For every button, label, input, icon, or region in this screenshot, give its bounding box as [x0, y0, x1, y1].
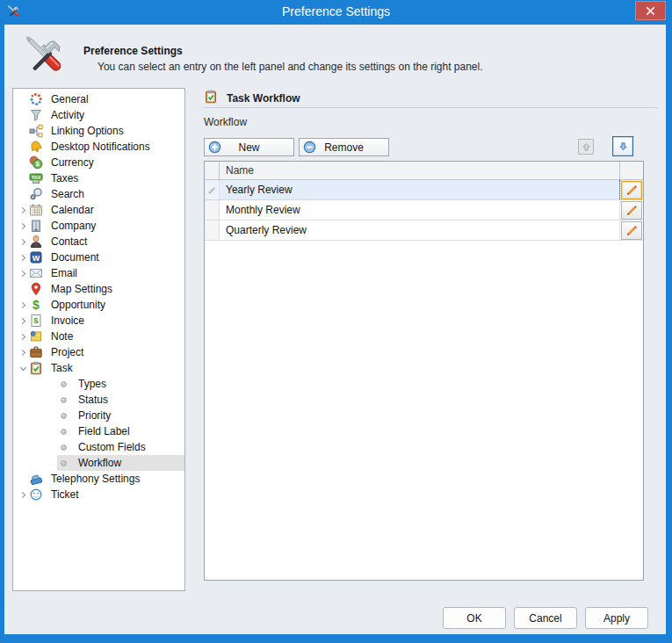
invoice-icon: $: [29, 314, 43, 328]
chevron-right-icon[interactable]: [17, 205, 29, 215]
svg-text:W: W: [33, 254, 40, 263]
edit-column-header: [619, 162, 643, 179]
sidebar-item-label: Project: [48, 346, 86, 359]
expander-spacer: [17, 141, 29, 152]
apply-button[interactable]: Apply: [585, 607, 648, 629]
expander-spacer: [17, 110, 29, 120]
table-row-quarterly-review[interactable]: Quarterly Review: [205, 220, 643, 241]
pencil-icon: [625, 224, 639, 237]
bullet-icon: [60, 380, 68, 388]
search-icon: [29, 187, 43, 201]
tools-icon: [25, 34, 73, 79]
page-description: You can select an entry on the left pane…: [98, 61, 483, 73]
chevron-right-icon[interactable]: [17, 236, 29, 247]
workflow-label: Workflow: [204, 116, 247, 128]
bullet-icon: [60, 396, 68, 404]
settings-tree: GeneralActivityLinking OptionsDesktop No…: [12, 88, 185, 591]
company-icon: [29, 219, 43, 233]
sidebar-item-search[interactable]: Search: [13, 186, 184, 202]
table-row-yearly-review[interactable]: Yearly Review: [205, 180, 643, 200]
chevron-right-icon[interactable]: [17, 220, 29, 231]
sidebar-item-contact[interactable]: Contact: [13, 234, 184, 249]
chevron-right-icon[interactable]: [17, 489, 29, 500]
contact-icon: [29, 235, 43, 249]
chevron-right-icon[interactable]: [17, 300, 29, 310]
expander-spacer: [17, 284, 29, 294]
new-button-label: New: [205, 141, 293, 154]
remove-button[interactable]: Remove: [299, 138, 389, 156]
sidebar-item-desktop-notifications[interactable]: Desktop Notifications: [13, 139, 184, 155]
task-icon: [29, 361, 43, 375]
chevron-right-icon[interactable]: [17, 315, 29, 326]
row-indicator: [205, 200, 220, 220]
arrow-down-icon: [618, 141, 629, 152]
sidebar-item-label: Search: [48, 188, 87, 201]
sidebar-item-invoice[interactable]: $Invoice: [13, 313, 184, 329]
ok-button[interactable]: OK: [443, 607, 506, 629]
sidebar-item-task[interactable]: Task: [13, 360, 184, 376]
svg-text:ES: ES: [34, 180, 39, 184]
sidebar-item-label: General: [48, 93, 91, 106]
table-row-monthly-review[interactable]: Monthly Review: [205, 200, 643, 220]
sidebar-item-note[interactable]: Note: [13, 329, 184, 344]
sidebar-subitem-workflow[interactable]: Workflow: [57, 455, 184, 471]
sidebar-subitem-status[interactable]: Status: [57, 392, 184, 408]
sidebar-subitem-custom-fields[interactable]: Custom Fields: [57, 439, 184, 455]
edit-cell: [619, 220, 643, 240]
sidebar-item-general[interactable]: General: [13, 91, 184, 107]
chevron-right-icon[interactable]: [17, 331, 29, 342]
sidebar-subitem-types[interactable]: Types: [57, 376, 184, 392]
sidebar-item-company[interactable]: Company: [13, 218, 184, 234]
sidebar-item-document[interactable]: WDocument: [13, 249, 184, 265]
sidebar-item-telephony-settings[interactable]: Telephony Settings: [13, 471, 184, 487]
workflow-name-cell: Monthly Review: [220, 200, 619, 220]
close-button[interactable]: [635, 1, 666, 20]
telephony-settings-icon: [29, 472, 43, 486]
expander-spacer: [17, 94, 29, 105]
sidebar-item-taxes[interactable]: TAXESTaxes: [13, 170, 184, 186]
chevron-down-icon[interactable]: [17, 363, 29, 373]
new-button[interactable]: New: [204, 138, 294, 156]
sidebar-subitem-priority[interactable]: Priority: [57, 408, 184, 423]
sidebar-item-label: Ticket: [48, 488, 82, 502]
section-title: Task Workflow: [227, 92, 300, 105]
cancel-button[interactable]: Cancel: [514, 607, 577, 629]
sidebar-subitem-label: Field Label: [76, 425, 133, 438]
opportunity-icon: $: [29, 298, 43, 312]
chevron-right-icon[interactable]: [17, 252, 29, 263]
edit-row-button[interactable]: [621, 181, 642, 199]
move-down-button[interactable]: [612, 136, 633, 156]
sidebar-subitem-field-label[interactable]: Field Label: [57, 423, 184, 439]
edit-row-button[interactable]: [621, 201, 642, 220]
svg-text:$: $: [33, 298, 40, 312]
expander-spacer: [17, 157, 29, 168]
page-title: Preference Settings: [83, 45, 183, 57]
pencil-icon: [625, 184, 639, 197]
sidebar-item-email[interactable]: Email: [13, 265, 184, 281]
sidebar-item-ticket[interactable]: Ticket: [13, 487, 184, 502]
move-up-button[interactable]: [578, 139, 594, 155]
sidebar-item-opportunity[interactable]: $Opportunity: [13, 297, 184, 313]
pencil-icon: [625, 204, 639, 217]
taxes-icon: TAXES: [29, 171, 43, 185]
map-settings-icon: [29, 282, 43, 296]
name-column-header[interactable]: Name: [220, 162, 619, 179]
row-indicator: [205, 220, 220, 240]
sidebar-item-activity[interactable]: Activity: [13, 107, 184, 123]
sidebar-item-label: Linking Options: [48, 125, 126, 138]
sidebar-item-calendar[interactable]: Calendar: [13, 202, 184, 218]
sidebar-item-label: Taxes: [48, 172, 81, 185]
sidebar-item-label: Contact: [48, 235, 90, 249]
chevron-right-icon[interactable]: [17, 268, 29, 278]
calendar-icon: [29, 203, 43, 217]
sidebar-item-linking-options[interactable]: Linking Options: [13, 123, 184, 139]
edit-row-button[interactable]: [621, 221, 642, 240]
bullet-icon: [60, 444, 68, 452]
chevron-right-icon[interactable]: [17, 347, 29, 358]
sidebar-item-project[interactable]: Project: [13, 344, 184, 360]
svg-text:$: $: [33, 315, 39, 325]
sidebar-item-map-settings[interactable]: Map Settings: [13, 281, 184, 297]
desktop-notifications-icon: [29, 140, 43, 154]
sidebar-item-currency[interactable]: $Currency: [13, 155, 184, 170]
svg-text:$: $: [36, 160, 40, 168]
